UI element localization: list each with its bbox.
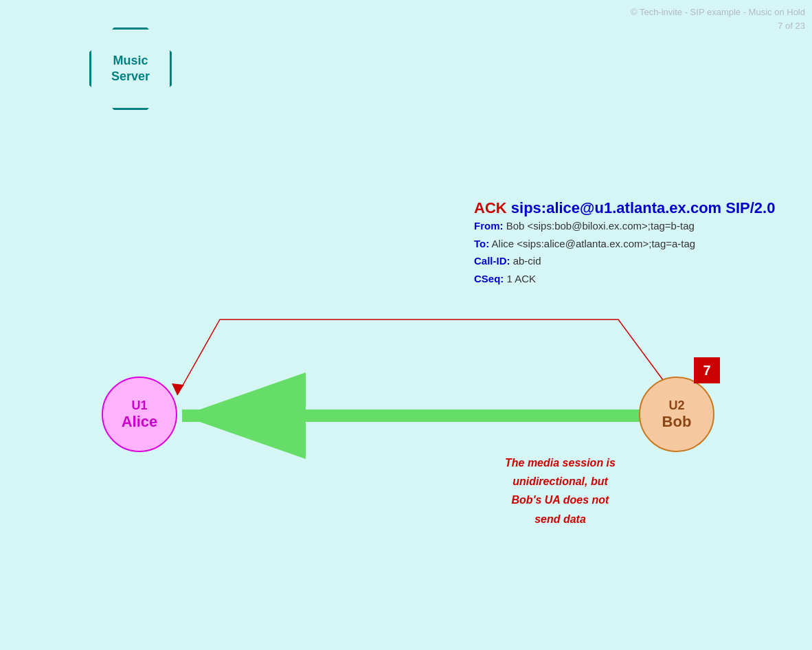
step-badge: 7 (694, 357, 720, 383)
sip-to-header: To: Alice <sips:alice@atlanta.ex.com>;ta… (474, 235, 775, 253)
alice-node: U1 Alice (102, 377, 177, 452)
sip-from-header: From: Bob <sips:bob@biloxi.ex.com>;tag=b… (474, 217, 775, 235)
sip-method-uri: sips:alice@u1.atlanta.ex.com SIP/2.0 (511, 199, 776, 216)
media-session-note: The media session is unidirectional, but… (505, 453, 616, 528)
alice-label-u1: U1 (131, 399, 147, 413)
watermark-line2: 7 of 23 (631, 19, 805, 33)
music-server: Music Server (89, 27, 172, 110)
sip-method-line: ACK sips:alice@u1.atlanta.ex.com SIP/2.0 (474, 199, 775, 217)
ack-signal-line (177, 320, 677, 399)
sip-callid-header: Call-ID: ab-cid (474, 252, 775, 270)
ack-arrowhead (172, 383, 184, 395)
sip-method-name: ACK (474, 199, 507, 216)
sip-cseq-header: CSeq: 1 ACK (474, 270, 775, 288)
bob-node: U2 Bob (639, 377, 714, 452)
music-server-label: Music Server (111, 53, 150, 85)
music-server-shape: Music Server (89, 27, 172, 110)
sip-message-box: ACK sips:alice@u1.atlanta.ex.com SIP/2.0… (474, 199, 775, 287)
alice-label-name: Alice (122, 413, 158, 431)
bob-label-u2: U2 (668, 399, 684, 413)
watermark: © Tech-invite - SIP example - Music on H… (631, 5, 805, 32)
watermark-line1: © Tech-invite - SIP example - Music on H… (631, 5, 805, 19)
bob-label-name: Bob (662, 413, 692, 431)
